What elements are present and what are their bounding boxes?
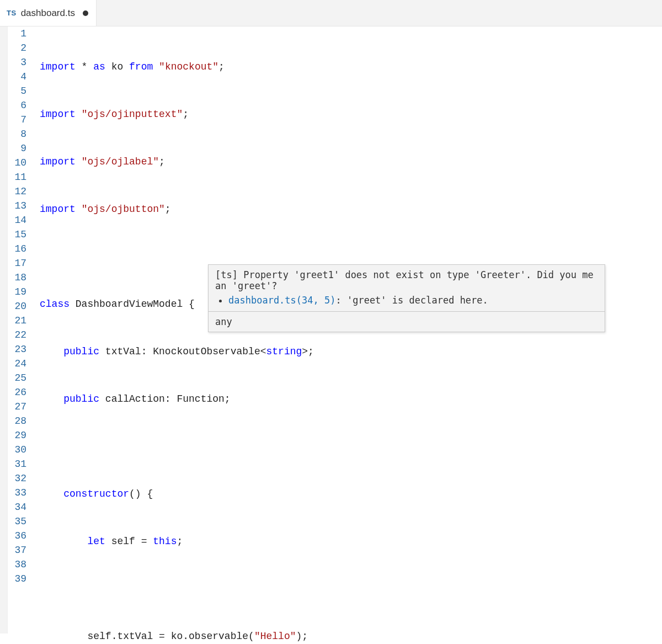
line-number: 28 bbox=[0, 414, 26, 428]
diagnostic-source-link[interactable]: dashboard.ts(34, 5) bbox=[228, 295, 335, 306]
line-number: 8 bbox=[0, 127, 26, 141]
line-number: 39 bbox=[0, 572, 26, 586]
diagnostic-message: [ts] Property 'greet1' does not exist on… bbox=[209, 265, 605, 311]
line-number: 16 bbox=[0, 242, 26, 256]
code-line[interactable]: self.txtVal = ko.observable("Hello"); bbox=[40, 629, 662, 643]
code-line[interactable] bbox=[40, 249, 662, 264]
line-number: 26 bbox=[0, 385, 26, 400]
line-number: 30 bbox=[0, 443, 26, 457]
line-number: 24 bbox=[0, 356, 26, 371]
code-line[interactable]: let self = this; bbox=[40, 534, 662, 549]
unsaved-indicator-icon bbox=[83, 10, 88, 16]
line-number: 6 bbox=[0, 98, 26, 113]
line-number: 1 bbox=[0, 26, 26, 41]
line-number: 3 bbox=[0, 55, 26, 70]
code-line[interactable]: public callAction: Function; bbox=[40, 392, 662, 406]
line-number: 2 bbox=[0, 41, 26, 55]
line-number: 35 bbox=[0, 514, 26, 529]
line-number: 38 bbox=[0, 557, 26, 572]
line-number: 31 bbox=[0, 457, 26, 471]
line-number: 37 bbox=[0, 543, 26, 557]
line-number: 23 bbox=[0, 342, 26, 356]
line-number: 21 bbox=[0, 313, 26, 328]
code-line[interactable]: public txtVal: KnockoutObservable<string… bbox=[40, 344, 662, 359]
line-number: 36 bbox=[0, 529, 26, 543]
line-number: 9 bbox=[0, 141, 26, 156]
code-line[interactable]: import "ojs/ojlabel"; bbox=[40, 155, 662, 169]
line-number: 34 bbox=[0, 500, 26, 514]
hover-type-info: any bbox=[209, 311, 605, 332]
code-line[interactable]: import "ojs/ojinputtext"; bbox=[40, 107, 662, 121]
tab-bar: TS dashboard.ts bbox=[0, 0, 662, 26]
line-number: 33 bbox=[0, 486, 26, 500]
code-line[interactable]: import "ojs/ojbutton"; bbox=[40, 202, 662, 216]
line-number: 10 bbox=[0, 156, 26, 170]
line-number: 25 bbox=[0, 371, 26, 385]
line-number: 17 bbox=[0, 256, 26, 270]
line-number: 29 bbox=[0, 428, 26, 443]
line-number: 27 bbox=[0, 400, 26, 414]
line-number: 13 bbox=[0, 199, 26, 213]
code-line[interactable]: import * as ko from "knockout"; bbox=[40, 60, 662, 74]
diagnostic-related-item[interactable]: dashboard.ts(34, 5): 'greet' is declared… bbox=[228, 295, 598, 306]
tab-filename: dashboard.ts bbox=[21, 8, 75, 19]
line-number: 20 bbox=[0, 299, 26, 313]
line-number: 11 bbox=[0, 170, 26, 184]
line-number: 22 bbox=[0, 328, 26, 342]
code-line[interactable]: constructor() { bbox=[40, 487, 662, 501]
line-number: 18 bbox=[0, 270, 26, 285]
line-number-gutter: 1234567891011121314151617181920212223242… bbox=[0, 26, 40, 644]
line-number: 12 bbox=[0, 184, 26, 199]
editor-tab-dashboard[interactable]: TS dashboard.ts bbox=[0, 0, 97, 26]
code-line[interactable] bbox=[40, 439, 662, 454]
code-editor[interactable]: 1234567891011121314151617181920212223242… bbox=[0, 26, 662, 644]
line-number: 19 bbox=[0, 285, 26, 299]
diagnostic-hover-tooltip[interactable]: [ts] Property 'greet1' does not exist on… bbox=[208, 264, 605, 332]
line-number: 7 bbox=[0, 113, 26, 127]
line-number: 15 bbox=[0, 227, 26, 242]
line-number: 14 bbox=[0, 213, 26, 227]
code-line[interactable] bbox=[40, 582, 662, 596]
code-content[interactable]: import * as ko from "knockout"; import "… bbox=[40, 26, 662, 644]
line-number: 32 bbox=[0, 471, 26, 486]
line-number: 4 bbox=[0, 70, 26, 84]
line-number: 5 bbox=[0, 84, 26, 98]
typescript-file-icon: TS bbox=[7, 9, 17, 17]
